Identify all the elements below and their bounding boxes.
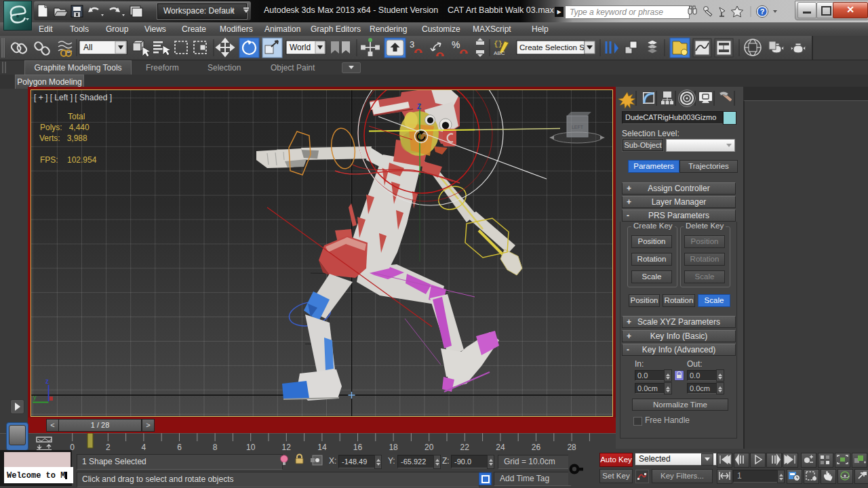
svg-text:World: World	[290, 43, 311, 52]
svg-text:LEFT: LEFT	[572, 125, 584, 129]
svg-text:2: 2	[106, 443, 111, 452]
svg-text:?: ?	[760, 7, 765, 16]
svg-text:22: 22	[460, 443, 470, 452]
svg-text:18: 18	[389, 443, 398, 452]
svg-text:ABC: ABC	[494, 50, 505, 56]
svg-text:14: 14	[317, 443, 327, 452]
svg-text:All: All	[83, 43, 92, 52]
svg-text:4: 4	[142, 443, 146, 452]
svg-text:Z: Z	[417, 103, 421, 110]
svg-text:{}: {}	[494, 40, 502, 48]
svg-text:20: 20	[425, 443, 434, 452]
svg-text:12: 12	[282, 443, 292, 452]
svg-text:6: 6	[177, 443, 182, 452]
svg-text:24: 24	[496, 443, 505, 452]
svg-text:16: 16	[353, 443, 363, 452]
svg-text:10: 10	[246, 443, 256, 452]
svg-text:3: 3	[410, 39, 414, 49]
svg-text:26: 26	[532, 443, 541, 452]
svg-text:8: 8	[213, 443, 218, 452]
svg-text:28: 28	[567, 443, 576, 452]
svg-text:y: y	[33, 394, 37, 401]
svg-text:%: %	[452, 39, 460, 50]
svg-text:z: z	[45, 378, 49, 385]
svg-text:Create Selection Se: Create Selection Se	[519, 43, 589, 52]
